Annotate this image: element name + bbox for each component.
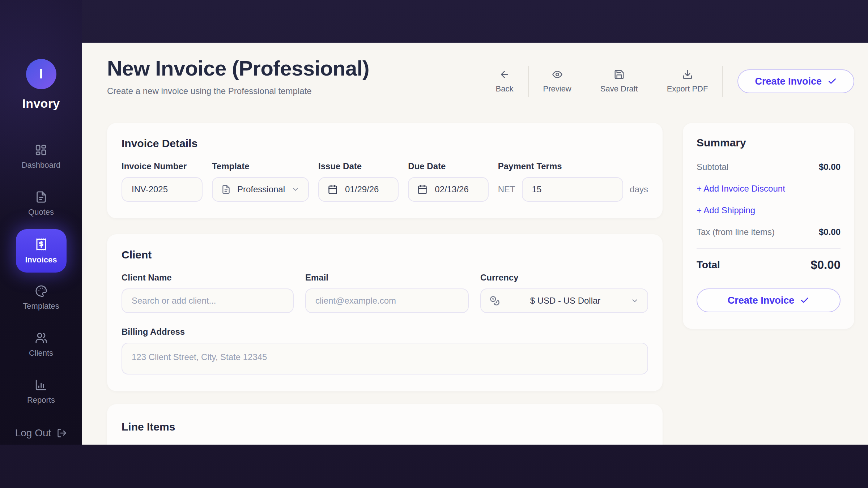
export-pdf-button[interactable]: Export PDF (652, 69, 723, 94)
app-screen: I Invory Dashboard Quotes Invoices (0, 0, 868, 488)
form-column: Invoice Details Invoice Number Template (107, 123, 663, 445)
sidebar-item-label: Dashboard (22, 160, 61, 170)
chevron-down-icon (292, 185, 299, 193)
page-header: New Invoice (Professional) Create a new … (107, 56, 854, 97)
check-icon (827, 77, 837, 86)
sidebar-item-reports[interactable]: Reports (27, 379, 55, 405)
coins-icon (490, 296, 500, 306)
sidebar-item-dashboard[interactable]: Dashboard (22, 144, 61, 170)
preview-button[interactable]: Preview (529, 69, 586, 94)
billing-address-textarea[interactable] (122, 343, 648, 374)
sidebar-item-invoices[interactable]: Invoices (16, 229, 67, 273)
divider (722, 66, 723, 97)
save-icon (614, 69, 625, 80)
logout-label: Log Out (15, 427, 51, 439)
sidebar: I Invory Dashboard Quotes Invoices (0, 0, 82, 445)
email-input[interactable] (305, 288, 469, 313)
billing-address-label: Billing Address (122, 327, 648, 337)
sidebar-nav: Dashboard Quotes Invoices Templates (0, 144, 82, 426)
invoice-number-label: Invoice Number (122, 161, 203, 171)
sidebar-item-label: Clients (29, 348, 53, 358)
template-select[interactable]: Professional (212, 177, 309, 202)
create-invoice-button[interactable]: Create Invoice (697, 288, 841, 312)
client-name-label: Client Name (122, 273, 294, 283)
invoice-number-input[interactable] (122, 177, 203, 202)
download-icon (682, 69, 693, 80)
net-label: NET (498, 184, 515, 194)
eye-icon (552, 69, 563, 80)
templates-palette-icon (35, 285, 47, 297)
sidebar-item-quotes[interactable]: Quotes (28, 191, 54, 217)
clients-users-icon (35, 332, 47, 344)
line-items-card: Line Items (107, 404, 663, 445)
logout-button[interactable]: Log Out (0, 427, 82, 439)
add-invoice-discount-link[interactable]: + Add Invoice Discount (697, 184, 841, 194)
main-panel: New Invoice (Professional) Create a new … (82, 43, 868, 445)
subtotal-value: $0.00 (819, 162, 841, 172)
sidebar-item-label: Templates (23, 301, 59, 311)
create-invoice-button[interactable]: Create Invoice (737, 69, 854, 93)
client-title: Client (122, 249, 648, 261)
page-subtitle: Create a new invoice using the Professio… (107, 86, 369, 96)
currency-label: Currency (480, 273, 648, 283)
app-logo: I (26, 59, 56, 89)
due-date-picker[interactable]: 02/13/26 (408, 177, 488, 202)
invoices-receipt-icon (35, 238, 48, 251)
back-button[interactable]: Back (481, 69, 528, 94)
calendar-icon (417, 184, 427, 194)
arrow-left-icon (499, 69, 510, 80)
brand-name: Invory (22, 97, 60, 111)
issue-date-label: Issue Date (318, 161, 399, 171)
days-label: days (630, 184, 648, 194)
subtotal-label: Subtotal (697, 162, 728, 172)
logo-letter: I (39, 67, 43, 82)
sidebar-item-label: Reports (27, 395, 55, 405)
calendar-icon (328, 184, 338, 194)
client-card: Client Client Name Email Curre (107, 234, 663, 391)
export-pdf-label: Export PDF (667, 84, 708, 94)
payment-terms-input[interactable] (522, 177, 624, 202)
header-actions: Back Preview Save Draft (481, 66, 854, 97)
save-draft-button[interactable]: Save Draft (586, 69, 652, 94)
create-invoice-label: Create Invoice (755, 76, 822, 87)
invoice-details-title: Invoice Details (122, 137, 648, 150)
summary-column: Summary Subtotal $0.00 + Add Invoice Dis… (683, 123, 854, 329)
summary-card: Summary Subtotal $0.00 + Add Invoice Dis… (683, 123, 854, 329)
page-title: New Invoice (Professional) (107, 56, 369, 80)
issue-date-value: 01/29/26 (345, 184, 379, 194)
template-value: Professional (237, 184, 285, 194)
total-value: $0.00 (810, 258, 841, 272)
file-text-icon (221, 185, 231, 194)
sidebar-item-label: Quotes (28, 207, 54, 217)
sidebar-item-label: Invoices (25, 255, 57, 265)
back-label: Back (496, 84, 514, 94)
currency-select[interactable]: $ USD - US Dollar (480, 288, 648, 313)
due-date-value: 02/13/26 (435, 184, 468, 194)
line-items-title: Line Items (122, 421, 648, 433)
preview-label: Preview (543, 84, 571, 94)
summary-title: Summary (697, 137, 841, 149)
invoice-details-card: Invoice Details Invoice Number Template (107, 123, 663, 218)
save-draft-label: Save Draft (600, 84, 638, 94)
sidebar-item-templates[interactable]: Templates (23, 285, 59, 311)
chevron-down-icon (631, 297, 639, 305)
logout-icon (57, 428, 67, 438)
email-label: Email (305, 273, 469, 283)
issue-date-picker[interactable]: 01/29/26 (318, 177, 399, 202)
template-label: Template (212, 161, 309, 171)
due-date-label: Due Date (408, 161, 488, 171)
add-shipping-link[interactable]: + Add Shipping (697, 205, 841, 215)
client-name-input[interactable] (122, 288, 294, 313)
quotes-icon (35, 191, 47, 203)
tax-label: Tax (from line items) (697, 227, 775, 237)
sidebar-item-clients[interactable]: Clients (29, 332, 53, 358)
currency-value: $ USD - US Dollar (506, 296, 624, 306)
divider (697, 248, 841, 249)
check-icon (800, 296, 809, 305)
reports-chart-icon (35, 379, 47, 391)
dashboard-icon (35, 144, 47, 156)
create-invoice-label: Create Invoice (728, 295, 795, 306)
total-label: Total (697, 259, 720, 271)
payment-terms-label: Payment Terms (498, 161, 648, 171)
tax-value: $0.00 (819, 227, 841, 237)
